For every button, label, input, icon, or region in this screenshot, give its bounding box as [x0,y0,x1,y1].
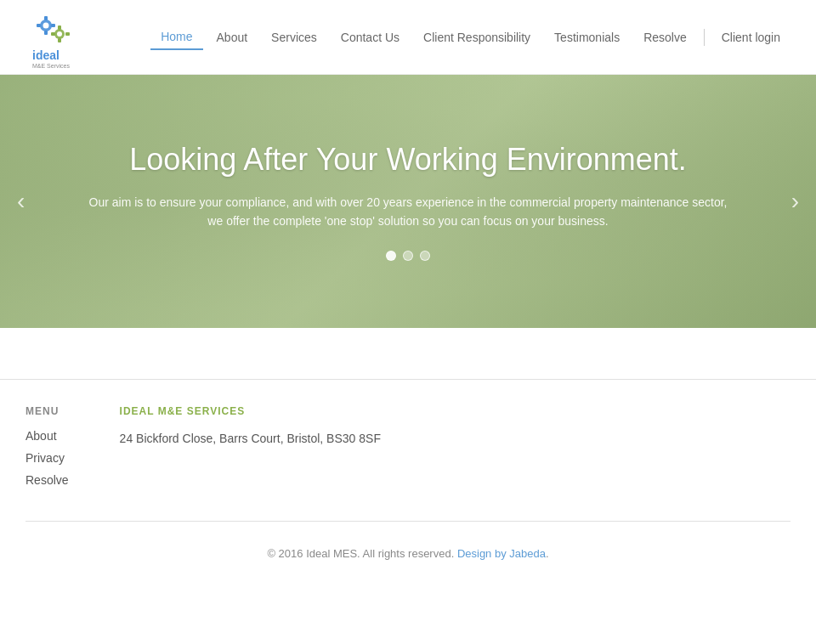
svg-rect-4 [37,24,41,27]
site-header: ideal M&E Services Home About Services C… [0,0,816,75]
logo-icon: ideal M&E Services [26,7,87,68]
svg-rect-2 [44,16,48,20]
svg-text:ideal: ideal [32,48,60,62]
hero-dot-3[interactable] [420,251,430,261]
nav-contact[interactable]: Contact Us [331,25,410,49]
nav-client-responsibility[interactable]: Client Responsibility [413,25,541,49]
footer-bottom: © 2016 Ideal MES. All rights reserved. D… [26,522,790,568]
logo[interactable]: ideal M&E Services [26,7,87,68]
design-credit-link[interactable]: Design by Jabeda [457,547,546,560]
hero-subtitle: Our aim is to ensure your compliance, an… [85,193,731,231]
nav-about[interactable]: About [207,25,258,49]
svg-rect-9 [58,38,61,42]
nav-services[interactable]: Services [261,25,327,49]
hero-prev-arrow[interactable]: ‹ [8,179,33,223]
footer-columns: MENU About Privacy Resolve IDEAL M&E SER… [26,405,790,522]
svg-rect-5 [51,24,55,27]
hero-title: Looking After Your Working Environment. [85,142,731,178]
svg-text:M&E Services: M&E Services [32,63,70,68]
footer-link-about[interactable]: About [26,429,69,443]
footer-link-resolve[interactable]: Resolve [26,473,69,487]
footer-menu-title: MENU [26,405,69,417]
nav-divider [704,29,705,46]
svg-rect-8 [58,25,61,30]
footer-menu: About Privacy Resolve [26,429,69,487]
hero-dot-1[interactable] [386,251,396,261]
svg-rect-3 [44,31,48,35]
main-nav: Home About Services Contact Us Client Re… [150,25,790,50]
nav-testimonials[interactable]: Testimonials [544,25,630,49]
design-credit-suffix: . [546,547,549,560]
footer-company-col: IDEAL M&E SERVICES 24 Bickford Close, Ba… [120,405,381,495]
footer-link-privacy[interactable]: Privacy [26,451,69,465]
svg-rect-10 [51,32,55,36]
nav-home[interactable]: Home [150,25,202,50]
spacer [0,328,816,353]
svg-rect-11 [65,32,70,36]
footer-content: MENU About Privacy Resolve IDEAL M&E SER… [0,379,816,585]
svg-point-7 [57,31,62,37]
copyright-text: © 2016 Ideal MES. All rights reserved. [267,547,456,560]
hero-section: ‹ Looking After Your Working Environment… [0,75,816,328]
footer-company-title: IDEAL M&E SERVICES [120,405,381,417]
hero-next-arrow[interactable]: › [783,179,808,223]
hero-content: Looking After Your Working Environment. … [51,142,765,262]
footer-menu-col: MENU About Privacy Resolve [26,405,69,495]
svg-point-1 [43,22,49,28]
hero-dots [85,251,731,261]
nav-resolve[interactable]: Resolve [633,25,697,49]
nav-client-login[interactable]: Client login [711,25,790,49]
footer-address: 24 Bickford Close, Barrs Court, Bristol,… [120,429,381,448]
hero-dot-2[interactable] [403,251,413,261]
